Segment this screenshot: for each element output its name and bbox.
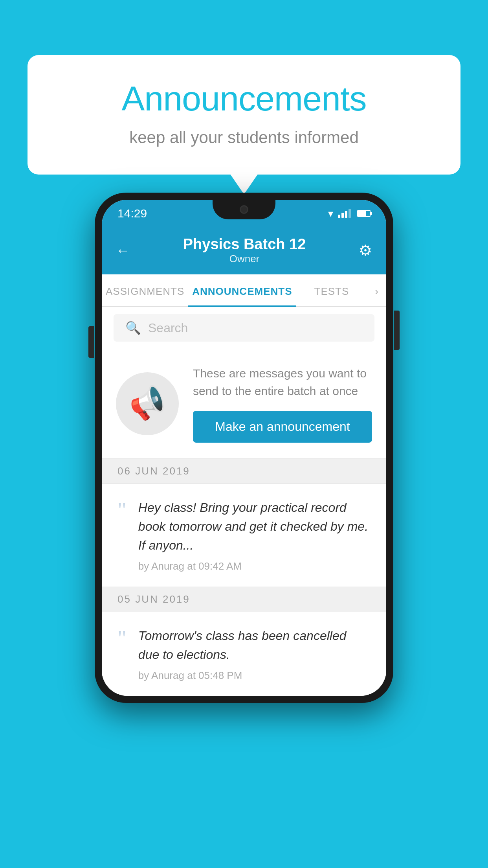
date-separator-2: 05 JUN 2019 [102,587,386,612]
megaphone-icon: 📢 [125,382,170,425]
speech-bubble-section: Announcements keep all your students inf… [28,55,460,175]
header-subtitle: Owner [183,253,306,265]
announcement-item-1: " Hey class! Bring your practical record… [102,484,386,587]
search-container: 🔍 Search [102,307,386,349]
promo-description: These are messages you want to send to t… [193,364,372,400]
signal-bars-icon [338,209,351,218]
promo-right: These are messages you want to send to t… [193,364,372,443]
announcement-text-2: Tomorrow's class has been cancelled due … [138,626,371,664]
tab-announcements[interactable]: ANNOUNCEMENTS [188,274,296,306]
phone-device: 14:29 ▾ ← Physics Batch 12 Owner [95,193,393,703]
bubble-title: Announcements [59,79,429,119]
search-icon: 🔍 [125,320,141,335]
search-input[interactable]: Search [148,321,188,335]
tab-more-icon[interactable]: › [367,274,386,306]
settings-icon[interactable]: ⚙ [359,242,372,259]
back-button[interactable]: ← [116,243,130,257]
tab-tests[interactable]: TESTS [296,274,367,306]
app-header: ← Physics Batch 12 Owner ⚙ [102,227,386,274]
camera [240,205,248,214]
search-bar[interactable]: 🔍 Search [114,314,374,342]
phone-outer: 14:29 ▾ ← Physics Batch 12 Owner [95,193,393,703]
phone-screen: 14:29 ▾ ← Physics Batch 12 Owner [102,200,386,696]
tab-assignments[interactable]: ASSIGNMENTS [102,274,188,306]
quote-icon-2: " [117,631,127,646]
wifi-icon: ▾ [328,208,333,220]
date-separator-1: 06 JUN 2019 [102,459,386,484]
announcement-content-2: Tomorrow's class has been cancelled due … [138,626,371,682]
status-time: 14:29 [117,207,147,220]
speech-bubble: Announcements keep all your students inf… [28,55,460,175]
status-bar: 14:29 ▾ [102,200,386,227]
promo-icon-circle: 📢 [116,372,179,435]
tabs-bar: ASSIGNMENTS ANNOUNCEMENTS TESTS › [102,274,386,307]
bubble-subtitle: keep all your students informed [59,128,429,147]
header-title: Physics Batch 12 [183,236,306,253]
status-icons: ▾ [328,208,371,220]
quote-icon-1: " [117,503,127,518]
announcement-text-1: Hey class! Bring your practical record b… [138,498,371,555]
announcement-item-2: " Tomorrow's class has been cancelled du… [102,612,386,696]
announcement-meta-2: by Anurag at 05:48 PM [138,669,371,682]
header-center: Physics Batch 12 Owner [183,236,306,265]
promo-area: 📢 These are messages you want to send to… [102,349,386,459]
battery-icon [357,210,371,217]
announcement-meta-1: by Anurag at 09:42 AM [138,560,371,572]
announcement-content-1: Hey class! Bring your practical record b… [138,498,371,572]
make-announcement-button[interactable]: Make an announcement [193,411,372,443]
notch [213,200,275,219]
